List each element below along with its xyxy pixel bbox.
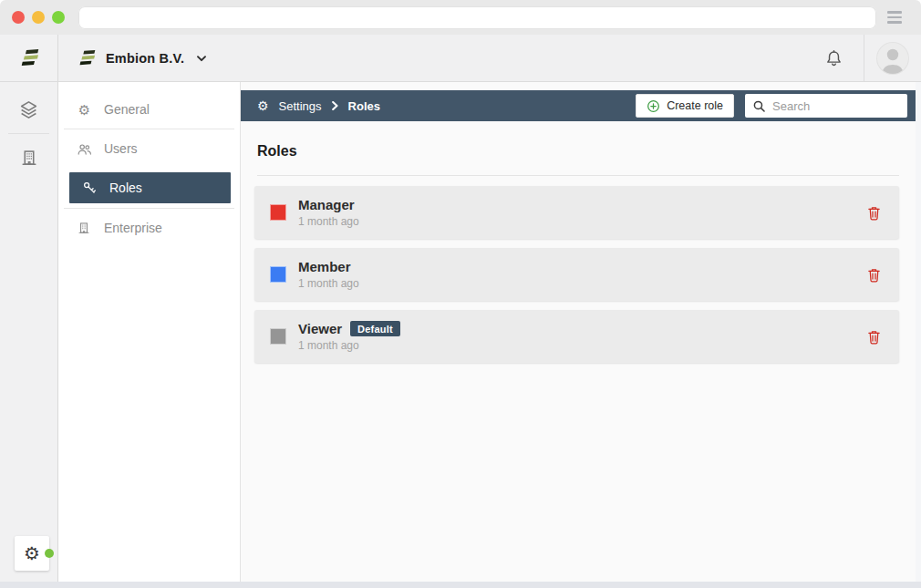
- gear-icon: ⚙: [77, 103, 92, 117]
- notifications-button[interactable]: [824, 35, 864, 81]
- role-row-viewer[interactable]: Viewer Default 1 month ago: [254, 310, 899, 363]
- sidebar-item-users[interactable]: Users: [58, 129, 240, 168]
- role-created-time: 1 month ago: [298, 339, 400, 352]
- layers-icon: [18, 99, 39, 120]
- role-color-swatch: [270, 204, 286, 221]
- embion-logo-icon: [77, 49, 97, 67]
- company-selector[interactable]: Embion B.V.: [58, 35, 206, 81]
- main-content: ⚙ Settings Roles Create role: [241, 82, 916, 582]
- users-icon: [77, 142, 92, 156]
- role-color-swatch: [270, 328, 286, 345]
- app-logo-home[interactable]: [0, 35, 58, 81]
- search-icon: [752, 99, 766, 113]
- delete-role-button[interactable]: [864, 201, 885, 224]
- trash-icon: [867, 205, 881, 221]
- app-header: Embion B.V.: [0, 35, 921, 82]
- breadcrumb-current-page: Roles: [348, 99, 380, 113]
- gear-icon: ⚙: [257, 99, 269, 112]
- role-name: Viewer: [298, 321, 342, 336]
- role-name: Manager: [298, 197, 355, 212]
- online-status-dot: [45, 549, 54, 558]
- settings-shortcut-card[interactable]: ⚙: [15, 536, 49, 571]
- role-name: Member: [298, 259, 351, 274]
- delete-role-button[interactable]: [864, 325, 885, 348]
- roles-list: Manager 1 month ago: [254, 186, 899, 372]
- sidebar-item-label: Users: [104, 141, 138, 156]
- traffic-lights: [12, 11, 65, 24]
- zoom-window-button[interactable]: [52, 11, 65, 24]
- window-bottom-edge: [0, 582, 921, 588]
- gear-icon: ⚙: [24, 544, 40, 562]
- plus-circle-icon: [647, 99, 660, 113]
- page-title: Roles: [257, 143, 916, 160]
- minimize-window-button[interactable]: [32, 11, 45, 24]
- browser-window: Embion B.V.: [0, 0, 921, 588]
- rail-item-enterprise[interactable]: [0, 134, 57, 181]
- role-row-manager[interactable]: Manager 1 month ago: [254, 186, 899, 239]
- building-icon: [77, 221, 92, 235]
- user-avatar[interactable]: [877, 43, 908, 74]
- default-role-badge: Default: [350, 321, 400, 336]
- window-right-edge: [916, 82, 921, 582]
- create-role-button[interactable]: Create role: [636, 94, 734, 118]
- search-box: [745, 94, 907, 118]
- browser-menu-icon[interactable]: [887, 11, 902, 23]
- create-role-label: Create role: [667, 99, 723, 112]
- rail-item-layers[interactable]: [0, 86, 57, 133]
- sidebar-item-label: Enterprise: [104, 221, 162, 235]
- close-window-button[interactable]: [12, 11, 25, 24]
- browser-chrome: [0, 0, 921, 35]
- chevron-down-icon: [197, 56, 206, 62]
- role-color-swatch: [270, 266, 286, 283]
- settings-sidebar: ⚙ General Users: [58, 82, 241, 582]
- company-name: Embion B.V.: [106, 51, 184, 66]
- breadcrumb-settings-link[interactable]: Settings: [279, 99, 322, 113]
- search-input[interactable]: [772, 99, 900, 113]
- sidebar-item-label: Roles: [109, 181, 142, 195]
- sidebar-item-roles[interactable]: Roles: [69, 172, 231, 203]
- bell-icon: [824, 48, 843, 68]
- sidebar-item-enterprise[interactable]: Enterprise: [58, 209, 240, 247]
- url-bar[interactable]: [78, 6, 876, 29]
- building-icon: [19, 148, 39, 168]
- role-created-time: 1 month ago: [298, 215, 359, 228]
- role-row-member[interactable]: Member 1 month ago: [254, 248, 899, 301]
- role-created-time: 1 month ago: [298, 277, 359, 290]
- embion-logo-icon: [18, 48, 40, 68]
- chevron-right-icon: [332, 101, 338, 110]
- trash-icon: [867, 267, 881, 283]
- sidebar-item-general[interactable]: ⚙ General: [58, 90, 240, 129]
- icon-rail: ⚙: [0, 82, 58, 582]
- sidebar-item-label: General: [104, 102, 150, 117]
- key-icon: [82, 181, 98, 195]
- trash-icon: [867, 329, 881, 345]
- breadcrumb-toolbar: ⚙ Settings Roles Create role: [241, 90, 916, 121]
- delete-role-button[interactable]: [864, 263, 885, 286]
